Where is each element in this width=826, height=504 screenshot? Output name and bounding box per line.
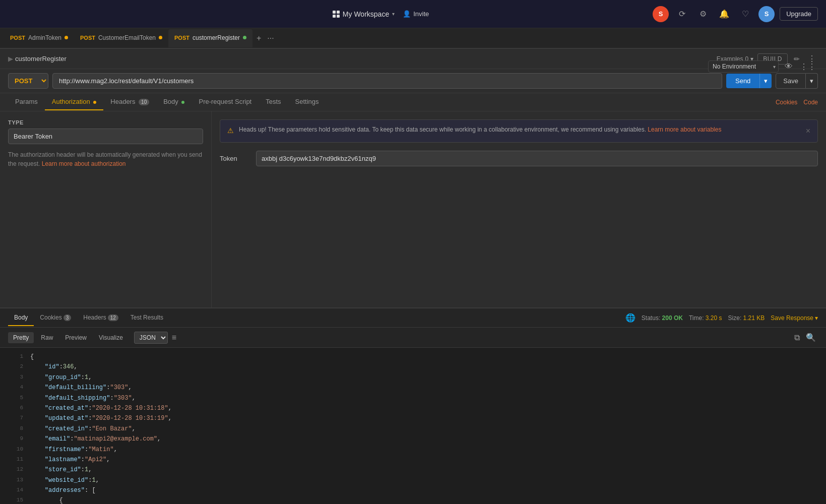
size-value: 1.21 KB: [743, 314, 765, 322]
token-row: Token: [220, 151, 818, 166]
chevron-down-icon: ▾: [815, 314, 818, 322]
workspace-label: My Workspace: [343, 10, 389, 18]
tab-admin-token[interactable]: POST AdminToken: [4, 29, 74, 47]
avatar-user: S: [758, 6, 775, 22]
auth-description: The authorization header will be automat…: [8, 150, 203, 168]
resp-tab-body[interactable]: Body: [8, 310, 34, 326]
main-container: ▶ customerRegister Examples 0 ▾ BUILD ✏ …: [0, 49, 826, 504]
bell-icon[interactable]: 🔔: [716, 6, 732, 22]
response-meta: 🌐 Status: 200 OK Time: 3.20 s Size: 1.21…: [625, 313, 818, 323]
tab-authorization[interactable]: Authorization: [45, 94, 104, 110]
tab-name: CustomerEmailToken: [98, 34, 156, 41]
learn-more-link[interactable]: Learn more about authorization: [42, 160, 126, 167]
token-label: Token: [220, 155, 250, 162]
close-alert-button[interactable]: ×: [806, 125, 810, 137]
tab-name: AdminToken: [28, 34, 61, 41]
code-view: 1{ 2 "id": 346, 3 "group_id": 1, 4 "defa…: [0, 348, 826, 504]
code-line-1: 1{: [8, 352, 818, 362]
resp-tab-test-results[interactable]: Test Results: [124, 310, 169, 326]
method-label: POST: [10, 35, 25, 41]
type-label: TYPE: [8, 119, 203, 125]
code-line-3: 3 "group_id": 1,: [8, 372, 818, 383]
response-tab-bar: Body Cookies3 Headers12 Test Results 🌐 S…: [0, 308, 826, 328]
chevron-down-icon: ▾: [392, 11, 395, 17]
size-label: Size: 1.21 KB: [728, 314, 765, 322]
code-line-11: 11 "lastname": "Api2",: [8, 455, 818, 465]
tab-name: customerRegister: [193, 34, 240, 41]
workspace-button[interactable]: My Workspace ▾: [333, 10, 395, 18]
tab-tests[interactable]: Tests: [259, 94, 288, 110]
code-line-10: 10 "firstname": "Matin",: [8, 445, 818, 455]
resp-tab-headers[interactable]: Headers12: [77, 310, 124, 326]
time-value: 3.20 s: [706, 314, 722, 322]
search-icon[interactable]: 🔍: [804, 331, 818, 344]
settings-icon[interactable]: ⚙: [695, 6, 711, 22]
indent-icon[interactable]: ≡: [170, 331, 178, 344]
env-eye-icon[interactable]: 👁: [783, 60, 795, 73]
breadcrumb: ▶ customerRegister: [8, 55, 67, 62]
env-icons: 👁 ⋮⋮: [783, 60, 818, 74]
unsaved-dot: [65, 36, 68, 39]
invite-button[interactable]: 👤 Invite: [403, 10, 429, 18]
method-label: POST: [174, 35, 189, 41]
url-input[interactable]: [52, 73, 722, 89]
token-panel: ⚠ Heads up! These parameters hold sensit…: [212, 111, 826, 307]
tab-customer-register[interactable]: POST customerRegister: [168, 29, 252, 47]
save-response-button[interactable]: Save Response ▾: [771, 314, 818, 322]
code-line-14: 14 "addresses": [: [8, 485, 818, 495]
visualize-button[interactable]: Visualize: [94, 332, 128, 343]
format-bar: Pretty Raw Preview Visualize JSON ≡ ⧉ 🔍: [0, 328, 826, 348]
tab-bar: POST AdminToken POST CustomerEmailToken …: [0, 28, 826, 48]
top-bar: My Workspace ▾ 👤 Invite S ⟳ ⚙ 🔔 ♡ S Upgr…: [0, 0, 826, 28]
copy-icon[interactable]: ⧉: [792, 331, 802, 344]
nav-tab-right: Cookies Code: [776, 99, 818, 106]
globe-icon: 🌐: [625, 313, 636, 323]
code-line-6: 6 "created_at": "2020-12-28 10:31:18",: [8, 403, 818, 413]
add-tab-button[interactable]: +: [255, 32, 263, 45]
avatar-orange: S: [653, 6, 669, 22]
method-label: POST: [80, 35, 95, 41]
tab-actions: + ···: [255, 32, 276, 45]
alert-link[interactable]: Learn more about variables: [648, 126, 721, 133]
nav-tabs: Params Authorization Headers 10 Body Pre…: [0, 93, 826, 111]
refresh-icon[interactable]: ⟳: [674, 6, 690, 22]
headers-badge: 10: [139, 99, 149, 105]
more-tabs-button[interactable]: ···: [265, 32, 276, 45]
status-label: Status: 200 OK: [642, 314, 683, 322]
cookies-link[interactable]: Cookies: [776, 99, 797, 106]
alert-box: ⚠ Heads up! These parameters hold sensit…: [220, 119, 818, 143]
breadcrumb-text: customerRegister: [15, 55, 67, 62]
resp-tab-cookies[interactable]: Cookies3: [34, 310, 77, 326]
preview-button[interactable]: Preview: [60, 332, 92, 343]
pretty-button[interactable]: Pretty: [8, 332, 34, 343]
code-line-7: 7 "updated_at": "2020-12-28 10:31:19",: [8, 413, 818, 423]
type-select[interactable]: Bearer Token: [8, 129, 203, 144]
token-input[interactable]: [256, 151, 818, 166]
alert-icon: ⚠: [227, 125, 234, 136]
code-link[interactable]: Code: [803, 99, 818, 106]
invite-label: Invite: [413, 10, 429, 18]
tab-customer-email-token[interactable]: POST CustomerEmailToken: [74, 29, 168, 47]
response-area: Body Cookies3 Headers12 Test Results 🌐 S…: [0, 308, 826, 504]
environment-select[interactable]: No Environment: [708, 60, 779, 73]
time-label: Time: 3.20 s: [689, 314, 722, 322]
code-line-12: 12 "store_id": 1,: [8, 465, 818, 475]
method-select[interactable]: POST: [8, 73, 48, 89]
tab-settings[interactable]: Settings: [288, 94, 326, 110]
cookies-count: 3: [63, 314, 72, 321]
raw-button[interactable]: Raw: [36, 332, 58, 343]
upgrade-button[interactable]: Upgrade: [780, 7, 818, 21]
tab-params[interactable]: Params: [8, 94, 45, 110]
top-bar-center: My Workspace ▾ 👤 Invite: [333, 10, 429, 18]
format-select[interactable]: JSON: [134, 332, 168, 344]
tab-pre-request[interactable]: Pre-request Script: [192, 94, 259, 110]
tab-body[interactable]: Body: [156, 94, 192, 110]
unsaved-dot: [159, 36, 162, 39]
alert-text: Heads up! These parameters hold sensitiv…: [239, 125, 721, 134]
heart-icon[interactable]: ♡: [737, 6, 753, 22]
status-value: 200 OK: [662, 314, 683, 322]
tab-headers[interactable]: Headers 10: [103, 94, 156, 110]
user-icon: 👤: [403, 10, 411, 18]
env-more-icon[interactable]: ⋮⋮: [798, 60, 818, 74]
code-line-5: 5 "default_shipping": "303",: [8, 393, 818, 403]
